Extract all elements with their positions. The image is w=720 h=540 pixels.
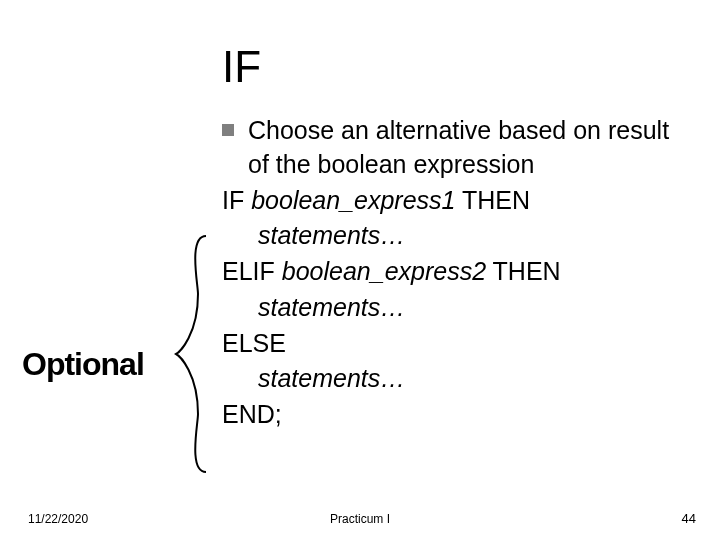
code-line-6: statements…	[222, 362, 682, 396]
kw-elif: ELIF	[222, 257, 282, 285]
code-line-1: IF boolean_express1 THEN	[222, 184, 682, 218]
expr1: boolean_express1	[251, 186, 455, 214]
expr2: boolean_express2	[282, 257, 486, 285]
code-line-5: ELSE	[222, 327, 682, 361]
kw-else: ELSE	[222, 329, 286, 357]
stmts-2: statements…	[258, 293, 405, 321]
slide-title: IF	[222, 42, 261, 92]
stmts-3: statements…	[258, 364, 405, 392]
optional-callout: Optional	[22, 348, 144, 380]
footer-center: Practicum I	[0, 512, 720, 526]
square-bullet-icon	[222, 124, 234, 136]
bullet-text: Choose an alternative based on result of…	[248, 114, 682, 182]
code-line-4: statements…	[222, 291, 682, 325]
slide-body: Choose an alternative based on result of…	[222, 114, 682, 432]
footer-page-number: 44	[682, 511, 696, 526]
kw-if: IF	[222, 186, 251, 214]
kw-end: END;	[222, 400, 282, 428]
bullet-line: Choose an alternative based on result of…	[222, 114, 682, 182]
kw-then-2: THEN	[486, 257, 561, 285]
slide: IF Choose an alternative based on result…	[0, 0, 720, 540]
kw-then-1: THEN	[456, 186, 531, 214]
code-line-7: END;	[222, 398, 682, 432]
brace-icon	[174, 234, 214, 474]
code-line-2: statements…	[222, 219, 682, 253]
code-line-3: ELIF boolean_express2 THEN	[222, 255, 682, 289]
stmts-1: statements…	[258, 221, 405, 249]
